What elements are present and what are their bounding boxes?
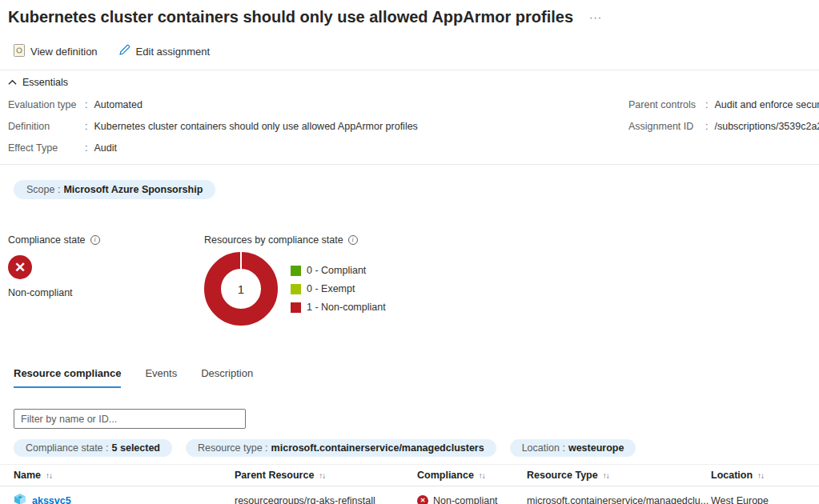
tab-resource-compliance[interactable]: Resource compliance — [14, 367, 121, 388]
scope-pill[interactable]: Scope : Microsoft Azure Sponsorship — [14, 180, 215, 199]
name-cell: akssvc5 — [0, 493, 235, 504]
donut-center-value: 1 — [204, 252, 278, 326]
compliance-cell: ✕ Non-compliant — [417, 495, 527, 504]
column-header-name[interactable]: Name↑↓ — [0, 470, 235, 481]
compliance-value: Non-compliant — [433, 495, 498, 504]
policy-compliance-page: Kubernetes cluster containers should onl… — [0, 0, 819, 504]
chart-title-row: Resources by compliance state i — [204, 234, 386, 246]
legend-label: 1 - Non-compliant — [307, 302, 386, 313]
field-label: Definition — [8, 116, 85, 138]
column-header-compliance[interactable]: Compliance↑↓ — [417, 470, 527, 481]
page-header: Kubernetes cluster containers should onl… — [0, 0, 819, 27]
essentials-row-parent-controls: Parent controls : Audit and enforce secu… — [628, 94, 819, 116]
sort-icon: ↑↓ — [319, 471, 325, 480]
legend-swatch-compliant — [291, 266, 301, 276]
location-cell: West Europe — [711, 495, 819, 504]
resources-chart-block: Resources by compliance state i 1 0 - Co… — [204, 234, 386, 326]
legend-label: 0 - Exempt — [307, 283, 355, 294]
info-icon[interactable]: i — [348, 235, 358, 245]
field-value: /subscriptions/3539c2a2-cd — [714, 116, 819, 138]
edit-assignment-button[interactable]: Edit assignment — [118, 44, 211, 58]
page-title: Kubernetes cluster containers should onl… — [8, 6, 573, 27]
field-value: Audit and enforce secure co — [714, 94, 819, 116]
compliance-summary: Compliance state i ✕ Non-compliant Resou… — [8, 234, 819, 326]
field-value: Audit — [94, 138, 117, 159]
field-label: Evaluation type — [8, 94, 85, 116]
tab-description[interactable]: Description — [201, 367, 253, 388]
legend-swatch-non-compliant — [291, 302, 301, 313]
policy-definition-icon — [14, 44, 25, 59]
table-row[interactable]: akssvc5 resourcegroups/rg-aks-refinstall… — [0, 486, 819, 504]
field-value[interactable]: Kubernetes cluster containers should onl… — [94, 116, 417, 138]
view-definition-button[interactable]: View definition — [14, 44, 98, 59]
compliance-state-title: Compliance state — [8, 234, 86, 246]
parent-resource-cell: resourcegroups/rg-aks-refinstall — [235, 495, 417, 504]
field-label: Parent controls — [628, 94, 705, 116]
essentials-section: Evaluation type : Automated Definition :… — [0, 94, 819, 162]
chevron-up-icon — [8, 77, 17, 88]
legend-swatch-exempt — [291, 284, 301, 294]
info-icon[interactable]: i — [90, 235, 100, 245]
compliance-state-title-row: Compliance state i — [8, 234, 204, 246]
tab-events[interactable]: Events — [145, 367, 177, 388]
view-definition-label: View definition — [30, 46, 98, 58]
column-header-location[interactable]: Location↑↓ — [711, 470, 819, 481]
compliance-donut-chart[interactable]: 1 — [204, 252, 278, 326]
more-options-icon[interactable]: ··· — [589, 11, 602, 23]
toolbar-divider — [0, 70, 819, 70]
essentials-label: Essentials — [22, 77, 68, 88]
sort-icon: ↑↓ — [46, 471, 52, 480]
sort-icon: ↑↓ — [479, 471, 485, 480]
legend-item-compliant: 0 - Compliant — [291, 265, 386, 276]
compliance-state-block: Compliance state i ✕ Non-compliant — [8, 234, 204, 326]
field-value: Automated — [94, 94, 142, 116]
legend-item-non-compliant: 1 - Non-compliant — [291, 302, 386, 313]
sort-icon: ↑↓ — [603, 471, 609, 480]
aks-cluster-icon — [14, 493, 26, 504]
tab-bar: Resource compliance Events Description — [14, 367, 819, 388]
filter-pill-location[interactable]: Location : westeurope — [510, 439, 636, 457]
filter-pill-resource-type[interactable]: Resource type : microsoft.containerservi… — [186, 439, 496, 457]
essentials-row-effect-type: Effect Type : Audit — [8, 138, 819, 159]
essentials-toggle[interactable]: Essentials — [8, 77, 819, 88]
filter-pills-row: Compliance state : 5 selected Resource t… — [14, 439, 819, 457]
resource-type-cell: microsoft.containerservice/managedclu... — [527, 495, 711, 504]
legend-label: 0 - Compliant — [307, 265, 366, 276]
field-label: Assignment ID — [628, 116, 705, 138]
essentials-row-assignment-id: Assignment ID : /subscriptions/3539c2a2-… — [628, 116, 819, 138]
scope-value: Microsoft Azure Sponsorship — [63, 184, 203, 195]
compliance-state-value: Non-compliant — [8, 287, 204, 298]
sort-icon: ↑↓ — [757, 471, 764, 480]
table-header-row: Name↑↓ Parent Resource↑↓ Compliance↑↓ Re… — [0, 465, 819, 486]
pencil-icon — [118, 44, 130, 58]
non-compliant-icon: ✕ — [417, 495, 428, 504]
chart-legend: 0 - Compliant 0 - Exempt 1 - Non-complia… — [291, 265, 386, 313]
command-bar: View definition Edit assignment — [14, 43, 819, 59]
legend-item-exempt: 0 - Exempt — [291, 283, 386, 294]
essentials-right-column: Parent controls : Audit and enforce secu… — [628, 94, 819, 138]
column-header-resource-type[interactable]: Resource Type↑↓ — [527, 470, 711, 481]
column-header-parent-resource[interactable]: Parent Resource↑↓ — [235, 470, 417, 481]
resource-compliance-table: Name↑↓ Parent Resource↑↓ Compliance↑↓ Re… — [0, 464, 819, 504]
scope-label: Scope : — [26, 184, 60, 195]
non-compliant-icon: ✕ — [8, 255, 32, 279]
chart-title: Resources by compliance state — [204, 234, 343, 246]
resource-name-link[interactable]: akssvc5 — [32, 495, 71, 504]
filter-pill-compliance-state[interactable]: Compliance state : 5 selected — [14, 439, 172, 457]
filter-input[interactable] — [14, 409, 246, 429]
field-label: Effect Type — [8, 138, 85, 159]
edit-assignment-label: Edit assignment — [136, 46, 211, 58]
